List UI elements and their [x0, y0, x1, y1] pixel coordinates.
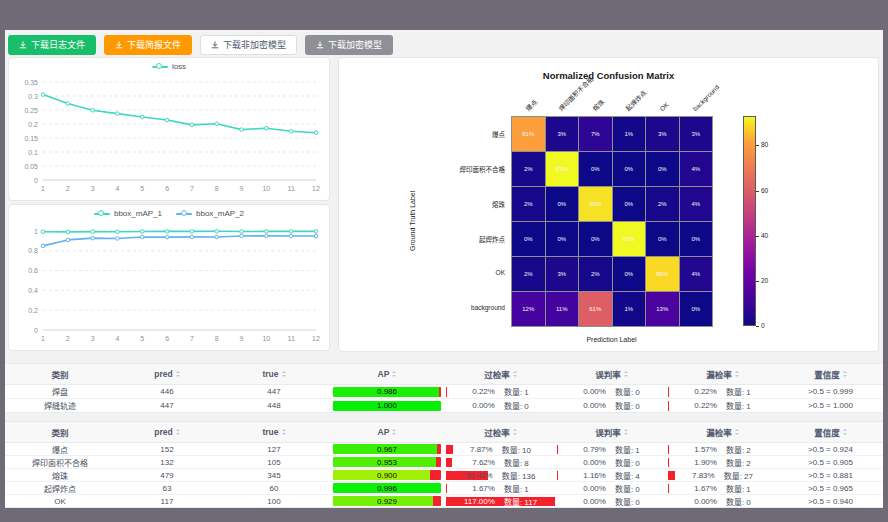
sort-desc-icon: [843, 375, 847, 377]
column-header-true[interactable]: true: [219, 422, 329, 442]
column-header-AP[interactable]: AP: [329, 364, 445, 384]
heatmap-cell: 0%: [546, 222, 579, 256]
button-label: 下载加密模型: [328, 41, 382, 50]
rate-percent: 117.00%: [464, 497, 495, 506]
chart-legend: loss: [9, 62, 329, 71]
column-header-label: pred: [154, 369, 172, 379]
sort-caret-icon[interactable]: [513, 429, 517, 435]
matrix-row-label: 焊印面积不合格: [423, 164, 505, 174]
rate-percent: 0.79%: [583, 445, 606, 454]
svg-text:8: 8: [215, 185, 219, 192]
heatmap-cell: 0%: [646, 152, 679, 186]
rate-quantity: 数量: 0: [726, 496, 751, 507]
misjudge-rate-cell: 0.79%数量: 1: [556, 443, 667, 455]
ap-value: 0.986: [329, 385, 445, 398]
column-header-pred[interactable]: pred: [115, 422, 219, 442]
sort-caret-icon[interactable]: [176, 429, 180, 435]
sort-desc-icon: [282, 375, 286, 377]
pred-count-cell: 446: [115, 385, 219, 398]
ap-cell: 0.967: [329, 443, 445, 455]
rate-quantity: 数量: 0: [615, 386, 640, 397]
rate-bar: [446, 484, 447, 493]
sort-desc-icon: [513, 433, 517, 435]
column-header-过检率[interactable]: 过检率: [445, 422, 556, 442]
sort-caret-icon[interactable]: [624, 429, 628, 435]
overdetect-rate-cell: 1.67%数量: 1: [445, 482, 556, 494]
heatmap-cell: 4%: [680, 187, 713, 221]
column-header-误判率[interactable]: 误判率: [556, 364, 667, 384]
sort-caret-icon[interactable]: [176, 371, 180, 377]
download-icon: [19, 41, 27, 49]
matrix-row-label: background: [423, 304, 505, 311]
column-header-漏检率[interactable]: 漏检率: [667, 422, 778, 442]
rate-quantity: 数量: 136: [502, 470, 536, 481]
column-header-误判率[interactable]: 误判率: [556, 422, 667, 442]
sort-caret-icon[interactable]: [282, 429, 286, 435]
rate-bar: [668, 387, 669, 397]
heatmap-cell: 2%: [512, 257, 545, 291]
rate-quantity: 数量: 1: [504, 386, 529, 397]
sort-caret-icon[interactable]: [392, 429, 396, 435]
line-chart-plot: 00.050.10.150.20.250.30.3512345678910111…: [9, 58, 329, 200]
colorbar: [743, 116, 756, 326]
colorbar-tick-label: 20: [761, 277, 768, 284]
column-header-置信度[interactable]: 置信度: [778, 364, 883, 384]
sort-caret-icon[interactable]: [735, 429, 739, 435]
column-header-置信度[interactable]: 置信度: [778, 422, 883, 442]
heatmap-cell: 93%: [546, 152, 579, 186]
svg-text:12: 12: [312, 185, 320, 192]
column-header-true[interactable]: true: [219, 364, 329, 384]
download-report-button[interactable]: 下载简报文件: [104, 35, 192, 55]
sort-caret-icon[interactable]: [624, 371, 628, 377]
download-icon: [316, 41, 324, 49]
x-axis-label: Prediction Label: [511, 336, 712, 343]
rate-quantity: 数量: 117: [504, 496, 537, 507]
column-header-AP[interactable]: AP: [329, 422, 445, 442]
rate-bar: [446, 497, 555, 506]
legend-item-bbox_mAP_1[interactable]: bbox_mAP_1: [94, 209, 162, 218]
legend-item-loss[interactable]: loss: [152, 62, 186, 71]
sort-desc-icon: [513, 375, 517, 377]
sort-caret-icon[interactable]: [392, 371, 396, 377]
column-header-label: true: [262, 427, 278, 437]
rate-percent: 0.00%: [583, 497, 606, 506]
misjudge-rate-cell: 0.00%数量: 0: [556, 399, 667, 412]
column-header-漏检率[interactable]: 漏检率: [667, 364, 778, 384]
matrix-row-label: OK: [423, 269, 505, 276]
column-header-pred[interactable]: pred: [115, 364, 219, 384]
heatmap-cell: 89%: [646, 257, 679, 291]
rate-bar: [446, 445, 453, 454]
legend-item-bbox_mAP_2[interactable]: bbox_mAP_2: [176, 209, 244, 218]
sort-asc-icon: [843, 371, 847, 373]
heatmap-grid: 81%3%7%1%3%3%2%93%0%0%0%4%2%0%90%0%2%4%0…: [511, 116, 713, 327]
line-series-icon: [152, 63, 168, 70]
legend-label: loss: [172, 62, 186, 71]
svg-text:12: 12: [312, 335, 320, 342]
bbox-map-chart: bbox_mAP_1bbox_mAP_200.20.40.60.81123456…: [8, 204, 330, 351]
download-plain-model-button[interactable]: 下载非加密模型: [200, 35, 297, 55]
heatmap-cell: 81%: [512, 117, 545, 151]
miss-rate-cell: 1.67%数量: 1: [667, 482, 778, 494]
sort-asc-icon: [392, 429, 396, 431]
sort-caret-icon[interactable]: [843, 371, 847, 377]
overdetect-rate-cell: 7.87%数量: 10: [445, 443, 556, 455]
heatmap-cell: 3%: [646, 117, 679, 151]
rate-quantity: 数量: 4: [615, 470, 640, 481]
miss-rate-cell: 7.83%数量: 27: [667, 469, 778, 481]
heatmap-cell: 0%: [579, 222, 612, 256]
sort-desc-icon: [392, 433, 396, 435]
column-header-过检率[interactable]: 过检率: [445, 364, 556, 384]
rate-percent: 0.00%: [583, 387, 606, 396]
download-log-button[interactable]: 下载日志文件: [8, 35, 96, 55]
sort-caret-icon[interactable]: [843, 429, 847, 435]
download-encrypted-model-button[interactable]: 下载加密模型: [305, 35, 393, 55]
download-icon: [115, 41, 123, 49]
rate-quantity: 数量: 1: [726, 400, 751, 411]
sort-caret-icon[interactable]: [513, 371, 517, 377]
sort-caret-icon[interactable]: [735, 371, 739, 377]
table-header-row: 类别predtrueAP过检率误判率漏检率置信度: [5, 364, 883, 385]
sort-caret-icon[interactable]: [282, 371, 286, 377]
table-row: 焊盘4464470.9860.22%数量: 10.00%数量: 00.22%数量…: [5, 385, 883, 399]
sort-asc-icon: [735, 429, 739, 431]
column-header-label: 误判率: [595, 368, 621, 380]
